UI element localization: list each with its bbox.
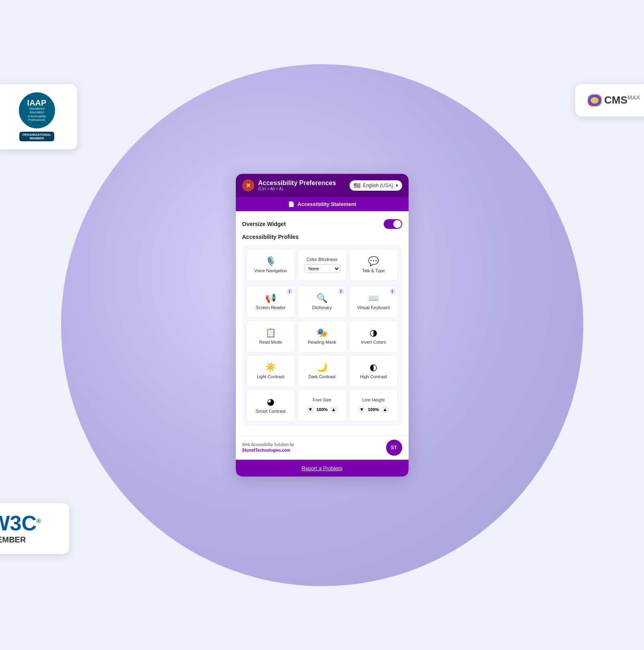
virtual-keyboard-icon: ⌨️ — [368, 294, 379, 303]
oversize-toggle[interactable] — [384, 219, 402, 229]
talk-type-icon: 💬 — [368, 257, 379, 266]
features-row-1: 🎙️ Voice Navigation Color Blindness None… — [246, 249, 398, 281]
header-title-main: Accessibility Preferences — [258, 179, 336, 187]
w3c-badge: W3C® MEMBER — [0, 503, 69, 554]
line-height-decrease[interactable]: ▼ — [358, 405, 366, 414]
dark-contrast-label: Dark Contrast — [309, 374, 336, 379]
read-mode-cell[interactable]: 📋 Read Mode — [246, 320, 295, 353]
statement-icon: 📄 — [288, 201, 294, 207]
font-size-cell: Font Size ▼ 100% ▲ — [298, 389, 347, 422]
reading-mask-label: Reading Mask — [308, 340, 336, 344]
light-contrast-icon: ☀️ — [265, 363, 276, 372]
virtual-keyboard-info: i — [390, 289, 395, 294]
light-contrast-label: Light Contrast — [257, 374, 284, 379]
iaap-badge: IAAP International Associationof Accessi… — [0, 84, 77, 149]
statement-label: Accessibility Statement — [298, 201, 356, 207]
close-button[interactable]: ✕ — [242, 179, 254, 192]
svg-point-2 — [591, 97, 599, 104]
w3c-logo: W3C® — [0, 513, 59, 534]
reading-mask-cell[interactable]: 🎭 Reading Mask — [298, 320, 347, 353]
cms-logo-wrapper: CMSMAX — [587, 92, 640, 108]
header-left: ✕ Accessibility Preferences (Ctrl + Alt … — [242, 179, 336, 192]
reading-mask-icon: 🎭 — [317, 328, 327, 337]
line-height-value: 100% — [368, 407, 380, 412]
line-height-title: Line Height — [362, 397, 385, 402]
virtual-keyboard-label: Virtual Keyboard — [357, 305, 390, 310]
talk-type-label: Talk & Type — [362, 268, 385, 273]
background-circle: IAAP International Associationof Accessi… — [61, 64, 583, 586]
footer-text: Web Accessibility Solution by SkynetTech… — [242, 442, 294, 453]
invert-colors-icon: ◑ — [370, 328, 377, 337]
widget-footer: Web Accessibility Solution by SkynetTech… — [236, 435, 409, 460]
screen-reader-label: Screen Reader — [256, 305, 286, 310]
oversize-row: Oversize Widget — [242, 218, 402, 234]
high-contrast-icon: ◐ — [370, 363, 377, 372]
language-flag: 🇺🇸 — [354, 182, 360, 189]
accessibility-widget: ✕ Accessibility Preferences (Ctrl + Alt … — [236, 174, 409, 477]
color-blindness-cell: Color Blindness None Protanopia Deuteran… — [298, 249, 347, 281]
font-size-title: Font Size — [313, 397, 331, 402]
font-size-value: 100% — [316, 407, 328, 412]
dark-contrast-icon: 🌙 — [317, 363, 327, 372]
voice-navigation-cell[interactable]: 🎙️ Voice Navigation — [246, 249, 295, 281]
header-title: Accessibility Preferences (Ctrl + Alt + … — [258, 179, 336, 191]
virtual-keyboard-cell[interactable]: i ⌨️ Virtual Keyboard — [349, 286, 398, 318]
chevron-down-icon: ▾ — [396, 183, 398, 188]
screen-reader-icon: 📢 — [265, 294, 276, 303]
features-container: 🎙️ Voice Navigation Color Blindness None… — [242, 245, 402, 426]
talk-type-cell[interactable]: 💬 Talk & Type — [349, 249, 398, 281]
report-problem-bar[interactable]: Report a Problem — [236, 460, 409, 477]
cms-icon — [587, 92, 603, 108]
screen-reader-info: i — [287, 289, 292, 294]
read-mode-icon: 📋 — [265, 328, 276, 337]
line-height-cell: Line Height ▼ 100% ▲ — [349, 389, 398, 422]
screen-reader-cell[interactable]: i 📢 Screen Reader — [246, 286, 295, 318]
font-size-stepper: ▼ 100% ▲ — [307, 405, 338, 414]
iaap-title: IAAP — [27, 99, 47, 107]
widget-body: Oversize Widget Accessibility Profiles 🎙… — [236, 211, 409, 435]
voice-navigation-icon: 🎙️ — [265, 257, 276, 266]
high-contrast-label: High Contrast — [360, 374, 387, 379]
voice-navigation-label: Voice Navigation — [254, 268, 287, 273]
iaap-org-label: ORGANIZATIONALMEMBER — [19, 132, 55, 141]
light-contrast-cell[interactable]: ☀️ Light Contrast — [246, 355, 295, 387]
language-selector[interactable]: 🇺🇸 English (USA) ▾ — [350, 180, 402, 191]
dictionary-icon: 🔍 — [317, 294, 327, 303]
dictionary-cell[interactable]: i 🔍 Dictionary — [298, 286, 347, 318]
dictionary-label: Dictionary — [312, 305, 332, 310]
smart-contrast-label: Smart Contrast — [256, 409, 286, 414]
widget-header: ✕ Accessibility Preferences (Ctrl + Alt … — [236, 174, 409, 197]
footer-logo: ST — [386, 440, 402, 456]
language-label: English (USA) — [363, 183, 393, 188]
dark-contrast-cell[interactable]: 🌙 Dark Contrast — [298, 355, 347, 387]
color-blindness-label: Color Blindness — [307, 257, 337, 262]
report-problem-label: Report a Problem — [302, 465, 343, 471]
color-blindness-select[interactable]: None Protanopia Deuteranopia Tritanopia — [304, 264, 340, 273]
font-size-increase[interactable]: ▲ — [330, 405, 338, 414]
accessibility-statement-bar[interactable]: 📄 Accessibility Statement — [236, 197, 409, 211]
iaap-logo: IAAP International Associationof Accessi… — [19, 92, 55, 128]
footer-link[interactable]: SkynetTechnologies.com — [242, 448, 290, 452]
toggle-knob — [393, 220, 401, 228]
dictionary-info: i — [338, 289, 344, 294]
oversize-label: Oversize Widget — [242, 221, 286, 227]
line-height-increase[interactable]: ▲ — [381, 405, 389, 414]
font-size-decrease[interactable]: ▼ — [307, 405, 315, 414]
cms-badge: CMSMAX — [575, 84, 644, 116]
read-mode-label: Read Mode — [259, 340, 282, 344]
smart-contrast-cell[interactable]: ◕ Smart Contrast — [246, 389, 295, 422]
header-shortcut: (Ctrl + Alt + A) — [258, 187, 336, 191]
invert-colors-label: Invert Colors — [361, 340, 386, 344]
line-height-stepper: ▼ 100% ▲ — [358, 405, 389, 414]
smart-contrast-icon: ◕ — [267, 397, 274, 406]
cms-text: CMSMAX — [604, 94, 640, 106]
profiles-label: Accessibility Profiles — [242, 234, 402, 240]
high-contrast-cell[interactable]: ◐ High Contrast — [349, 355, 398, 387]
iaap-subtitle: International Associationof Accessibilit… — [22, 107, 52, 121]
w3c-member-label: MEMBER — [0, 535, 59, 544]
invert-colors-cell[interactable]: ◑ Invert Colors — [349, 320, 398, 353]
